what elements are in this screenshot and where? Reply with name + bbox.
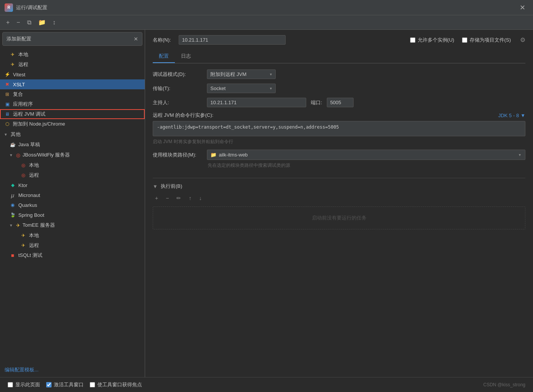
before-launch-title: 执行前(B) xyxy=(161,183,182,190)
springboot-icon: 🍃 xyxy=(9,211,16,218)
bl-edit-button[interactable]: ✏ xyxy=(174,194,183,202)
tree-item-complex[interactable]: ⊞ 复合 xyxy=(0,89,145,99)
tree-item-jboss-local[interactable]: ◎ 本地 xyxy=(0,160,145,170)
add-config-close-button[interactable]: ✕ xyxy=(134,36,138,42)
show-this-page-checkbox[interactable]: 显示此页面 xyxy=(8,381,40,388)
tree-item-label: 远程 xyxy=(18,61,28,68)
focus-tool-window-checkbox[interactable]: 使工具窗口获得焦点 xyxy=(90,381,142,388)
before-launch-arrow[interactable]: ▼ xyxy=(153,184,158,189)
activate-tool-window-checkbox[interactable]: 激活工具窗口 xyxy=(46,381,84,388)
tree-item-app[interactable]: ▣ 应用程序 xyxy=(0,99,145,109)
remote-icon: ✈ xyxy=(9,61,16,68)
remove-config-button[interactable]: − xyxy=(14,18,22,27)
tree-item-label: XSLT xyxy=(13,82,25,87)
bl-add-button[interactable]: + xyxy=(153,194,160,202)
tree-item-tsqlt[interactable]: ■ tSQLt 测试 xyxy=(0,250,145,260)
complex-icon: ⊞ xyxy=(4,91,11,98)
host-input[interactable] xyxy=(207,98,306,107)
add-config-button[interactable]: + xyxy=(4,18,12,27)
tab-log[interactable]: 日志 xyxy=(175,50,197,63)
tree-item-label: Ktor xyxy=(18,182,27,188)
close-button[interactable]: ✕ xyxy=(517,2,528,13)
module-classpath-row: 使用模块类路径(M): 📁 ailk-itms-web xyxy=(153,150,525,160)
folder-config-button[interactable]: 📁 xyxy=(36,17,48,27)
store-as-project-label: 存储为项目文件(S) xyxy=(470,37,511,44)
tree-group-label: JBoss/WildFly 服务器 xyxy=(23,152,70,158)
port-input[interactable] xyxy=(327,98,354,107)
debugger-mode-select[interactable]: 附加到远程 JVM xyxy=(207,69,276,79)
tree-item-remote[interactable]: ✈ 远程 xyxy=(0,60,145,69)
tree-item-micronaut[interactable]: μ Micronaut xyxy=(0,190,145,200)
edit-config-link[interactable]: 编辑配置模板... xyxy=(0,363,145,377)
module-classpath-display[interactable]: 📁 ailk-itms-web xyxy=(207,150,525,160)
tomee-remote-icon: ✈ xyxy=(20,242,27,249)
remotejvm-icon: 🖥 xyxy=(4,111,11,118)
jvm-section: 远程 JVM 的命令行实参(C): JDK 5 - 8 ▼ -agentlib:… xyxy=(153,112,525,145)
name-label: 名称(N): xyxy=(153,37,171,44)
jboss-remote-icon: ◎ xyxy=(20,172,27,179)
tsqlt-icon: ■ xyxy=(9,252,16,259)
copy-config-button[interactable]: ⧉ xyxy=(25,18,34,27)
bl-up-button[interactable]: ↑ xyxy=(186,194,194,202)
before-launch-section: ▼ 执行前(B) + − ✏ ↑ ↓ 启动前没有要运行的任务 xyxy=(153,178,525,229)
tree-item-label: 远程 xyxy=(29,172,39,179)
tree-item-tomee-remote[interactable]: ✈ 远程 xyxy=(0,240,145,250)
module-classpath-select-wrapper: 📁 ailk-itms-web xyxy=(207,150,525,160)
debugger-mode-label: 调试器模式(D): xyxy=(153,71,202,78)
name-row: 名称(N): 允许多个实例(U) 存储为项目文件(S) ⚙ xyxy=(153,35,525,45)
bl-down-button[interactable]: ↓ xyxy=(197,194,204,202)
tree-item-xslt[interactable]: ✖ XSLT xyxy=(0,79,145,89)
focus-tool-window-label: 使工具窗口获得焦点 xyxy=(97,381,142,388)
spacer xyxy=(153,229,525,372)
tree-item-remotejvm[interactable]: 🖥 远程 JVM 调试 xyxy=(0,109,145,119)
tab-config[interactable]: 配置 xyxy=(153,50,175,63)
jdk-selector[interactable]: JDK 5 - 8 ▼ xyxy=(498,113,525,118)
xslt-icon: ✖ xyxy=(4,81,11,88)
sort-config-button[interactable]: ↕ xyxy=(50,18,58,27)
tree-group-label: 其他 xyxy=(11,131,21,138)
gear-button[interactable]: ⚙ xyxy=(520,36,525,44)
tree-group-jboss[interactable]: ▼ ◎ JBoss/WildFly 服务器 xyxy=(0,150,145,160)
allow-multiple-checkbox[interactable]: 允许多个实例(U) xyxy=(410,37,454,44)
transport-select-wrapper: Socket xyxy=(207,84,276,93)
tree-item-label: Java 草稿 xyxy=(18,141,40,148)
tree-group-label: TomEE 服务器 xyxy=(23,222,55,229)
host-port-row: 主持人: 端口: xyxy=(153,98,525,107)
tree-item-label: 附加到 Node.js/Chrome xyxy=(13,121,65,127)
tree-item-jboss-remote[interactable]: ◎ 远程 xyxy=(0,170,145,180)
nodejs-icon: ⬡ xyxy=(4,121,11,127)
transport-select[interactable]: Socket xyxy=(207,84,276,93)
jdk-dropdown-icon: ▼ xyxy=(520,113,525,118)
tree-item-nodejs[interactable]: ⬡ 附加到 Node.js/Chrome xyxy=(0,119,145,129)
tree-item-java-draft[interactable]: ☕ Java 草稿 xyxy=(0,140,145,150)
checkbox-group: 允许多个实例(U) 存储为项目文件(S) ⚙ xyxy=(410,36,525,44)
title-bar: R 运行/调试配置 ✕ xyxy=(0,0,533,15)
bl-remove-button[interactable]: − xyxy=(163,194,171,202)
tree-item-springboot[interactable]: 🍃 Spring Boot xyxy=(0,210,145,220)
tree-item-label: Quarkus xyxy=(18,202,37,208)
before-launch-empty: 启动前没有要运行的任务 xyxy=(153,206,525,229)
config-tree: ✈ 本地 ✈ 远程 ⚡ Vitest ✖ XSLT ⊞ 复合 xyxy=(0,48,145,363)
jboss-icon: ◎ xyxy=(16,152,20,158)
tree-item-ktor[interactable]: ◆ Ktor xyxy=(0,180,145,190)
jvm-hint: 启动 JVM 时将实参复制并粘贴到命令行 xyxy=(153,139,525,145)
tree-item-tomee-local[interactable]: ✈ 本地 xyxy=(0,231,145,240)
add-config-panel: 添加新配置 ✕ xyxy=(2,32,142,46)
tree-group-tomee[interactable]: ▼ ✈ TomEE 服务器 xyxy=(0,220,145,231)
tree-group-other[interactable]: ▼ 其他 xyxy=(0,129,145,140)
tree-item-quarkus[interactable]: ◉ Quarkus xyxy=(0,200,145,210)
watermark: CSDN @kiss_strong xyxy=(483,382,525,387)
module-classpath-value: ailk-itms-web xyxy=(219,152,248,158)
tree-item-label: Vitest xyxy=(13,72,25,77)
store-as-project-checkbox[interactable]: 存储为项目文件(S) xyxy=(462,37,511,44)
host-label: 主持人: xyxy=(153,99,202,106)
tree-item-vitest[interactable]: ⚡ Vitest xyxy=(0,69,145,79)
tomee-icon: ✈ xyxy=(16,223,20,228)
tree-item-local[interactable]: ✈ 本地 xyxy=(0,50,145,60)
app-tree-icon: ▣ xyxy=(4,101,11,108)
micronaut-icon: μ xyxy=(9,192,16,198)
jvm-command-box[interactable]: -agentlib:jdwp=transport=dt_socket,serve… xyxy=(153,121,525,136)
toolbar: + − ⧉ 📁 ↕ xyxy=(0,15,533,30)
arrow-icon: ▼ xyxy=(4,132,9,137)
name-input[interactable] xyxy=(179,35,286,45)
